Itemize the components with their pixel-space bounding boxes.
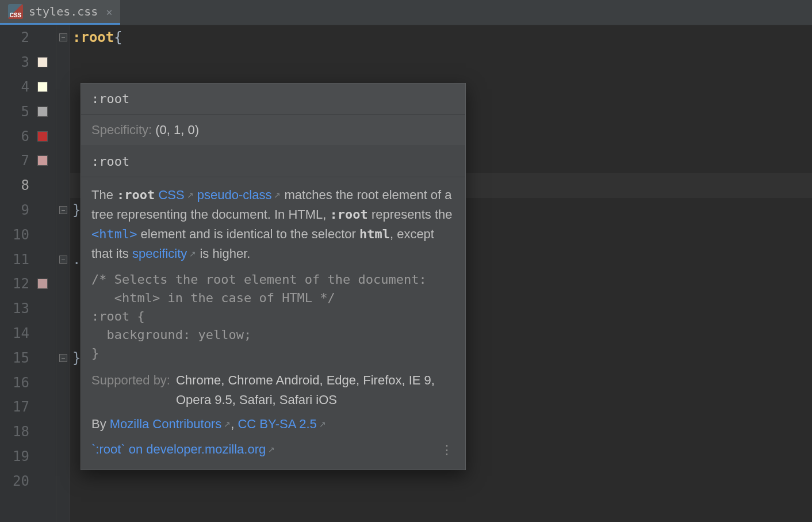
gutter-line[interactable]: 13 xyxy=(0,296,56,321)
fold-line xyxy=(56,99,70,124)
fold-line xyxy=(56,50,70,75)
fold-toggle-icon[interactable] xyxy=(59,206,67,214)
specificity-value: (0, 1, 0) xyxy=(155,123,199,137)
popup-body: The :root CSS pseudo-class matches the r… xyxy=(81,177,465,470)
fold-line xyxy=(56,370,70,395)
color-swatch[interactable] xyxy=(37,57,48,67)
popup-description: The :root CSS pseudo-class matches the r… xyxy=(91,185,455,264)
attribution-row: By Mozilla Contributors, CC BY-SA 2.5 xyxy=(91,414,455,434)
gutter-line[interactable]: 17 xyxy=(0,395,56,420)
html-tag: <html> xyxy=(91,227,137,241)
documentation-popup: :root Specificity: (0, 1, 0) :root The :… xyxy=(81,83,466,470)
gutter: 234567891011121314151617181920 xyxy=(0,25,56,522)
license-link[interactable]: CC BY-SA 2.5 xyxy=(238,417,325,431)
editor-area: 234567891011121314151617181920 :root{}.}… xyxy=(0,25,812,522)
t: The xyxy=(91,188,117,202)
fold-line xyxy=(56,444,70,469)
color-swatch[interactable] xyxy=(37,279,48,289)
fold-line xyxy=(56,148,70,173)
fold-toggle-icon[interactable] xyxy=(59,256,67,264)
specificity-label: Specificity: xyxy=(91,123,155,137)
code-line[interactable]: :root{ xyxy=(70,25,812,50)
popup-specificity: Specificity: (0, 1, 0) xyxy=(81,115,465,146)
gutter-line[interactable]: 18 xyxy=(0,420,56,444)
gutter-line[interactable]: 10 xyxy=(0,222,56,247)
fold-line xyxy=(56,468,70,493)
popup-code-example: /* Selects the root element of the docum… xyxy=(91,270,455,362)
gutter-line[interactable]: 9 xyxy=(0,198,56,223)
fold-line xyxy=(56,296,70,321)
gutter-line[interactable]: 15 xyxy=(0,345,56,370)
kebab-menu-icon[interactable]: ⋮ xyxy=(441,446,455,454)
code-line[interactable] xyxy=(70,468,812,493)
t: is higher. xyxy=(196,246,250,261)
gutter-line[interactable]: 19 xyxy=(0,444,56,469)
contributors-link[interactable]: Mozilla Contributors xyxy=(110,417,231,431)
supported-by-value: Chrome, Chrome Android, Edge, Firefox, I… xyxy=(176,371,455,410)
supported-by-label: Supported by: xyxy=(91,371,170,410)
gutter-line[interactable]: 5 xyxy=(0,99,56,124)
popup-title: :root xyxy=(81,83,465,115)
specificity-link[interactable]: specificity xyxy=(132,246,196,261)
gutter-line[interactable]: 7 xyxy=(0,148,56,173)
tab-filename: styles.css xyxy=(29,5,98,18)
fold-line xyxy=(56,345,70,370)
kw: html xyxy=(359,227,390,241)
fold-line xyxy=(56,395,70,420)
gutter-line[interactable]: 8 xyxy=(0,173,56,198)
fold-line xyxy=(56,25,70,50)
tab-bar: CSS styles.css ✕ xyxy=(0,0,812,25)
fold-line xyxy=(56,321,70,346)
tab-styles-css[interactable]: CSS styles.css ✕ xyxy=(0,0,120,25)
fold-line xyxy=(56,420,70,444)
fold-line xyxy=(56,75,70,100)
t: represents the xyxy=(368,207,453,222)
fold-toggle-icon[interactable] xyxy=(59,33,67,41)
gutter-line[interactable]: 3 xyxy=(0,50,56,75)
gutter-line[interactable]: 11 xyxy=(0,247,56,272)
t: By xyxy=(91,417,110,431)
close-icon[interactable]: ✕ xyxy=(106,6,112,18)
pseudo-class-link[interactable]: pseudo-class xyxy=(197,188,281,202)
fold-line xyxy=(56,222,70,247)
color-swatch[interactable] xyxy=(37,155,48,166)
gutter-line[interactable]: 12 xyxy=(0,272,56,296)
kw: :root xyxy=(117,188,155,202)
t: , xyxy=(231,417,238,431)
color-swatch[interactable] xyxy=(37,82,48,92)
kw: :root xyxy=(330,207,368,222)
css-file-icon: CSS xyxy=(8,4,23,19)
fold-line xyxy=(56,272,70,296)
gutter-line[interactable]: 16 xyxy=(0,370,56,395)
supported-by-row: Supported by: Chrome, Chrome Android, Ed… xyxy=(91,371,455,410)
code-line[interactable] xyxy=(70,50,812,75)
popup-subheader: :root xyxy=(81,146,465,177)
mdn-doc-link[interactable]: `:root` on developer.mozilla.org xyxy=(91,440,275,459)
fold-line xyxy=(56,247,70,272)
color-swatch[interactable] xyxy=(37,131,48,142)
gutter-line[interactable]: 4 xyxy=(0,75,56,100)
gutter-line[interactable]: 2 xyxy=(0,25,56,50)
fold-toggle-icon[interactable] xyxy=(59,354,67,362)
fold-line xyxy=(56,124,70,148)
gutter-line[interactable]: 20 xyxy=(0,468,56,493)
gutter-line[interactable]: 14 xyxy=(0,321,56,346)
t: element and is identical to the selector xyxy=(137,227,359,241)
color-swatch[interactable] xyxy=(37,106,48,117)
fold-column xyxy=(56,25,70,522)
fold-line xyxy=(56,198,70,223)
css-link[interactable]: CSS xyxy=(158,188,193,202)
fold-line xyxy=(56,173,70,198)
gutter-line[interactable]: 6 xyxy=(0,124,56,148)
